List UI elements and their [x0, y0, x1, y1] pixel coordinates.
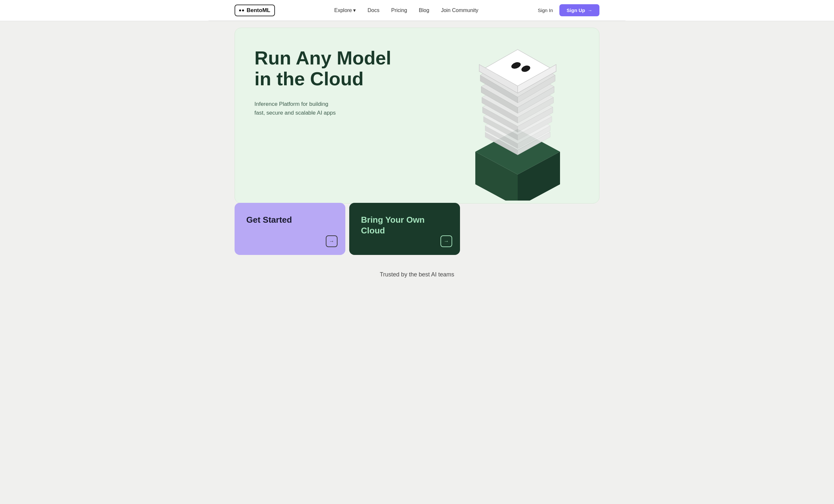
hero-card: Run Any Model in the Cloud Inference Pla… [235, 28, 599, 204]
bento-stack-icon [456, 38, 579, 201]
trusted-label: Trusted by the best AI teams [380, 271, 454, 278]
arrow-right-icon-2: → [444, 238, 449, 244]
hero-text: Run Any Model in the Cloud Inference Pla… [255, 48, 391, 117]
arrow-right-icon: → [329, 238, 334, 244]
bring-cloud-arrow-button[interactable]: → [440, 235, 452, 247]
nav-item-explore[interactable]: Explore ▾ [334, 7, 356, 13]
nav-item-docs[interactable]: Docs [368, 7, 379, 13]
get-started-arrow-button[interactable]: → [326, 235, 337, 247]
nav-item-blog[interactable]: Blog [419, 7, 430, 13]
navigation: BentoML Explore ▾ Docs Pricing Blog Join… [208, 0, 626, 21]
logo-dot-2 [242, 9, 244, 12]
logo[interactable]: BentoML [235, 4, 275, 16]
hero-illustration [456, 38, 579, 201]
logo-icon [239, 9, 244, 12]
main-content: Run Any Model in the Cloud Inference Pla… [208, 21, 626, 298]
arrow-icon: → [588, 8, 592, 13]
cta-cards-row: Get Started → Bring Your Own Cloud → [235, 203, 599, 255]
hero-subtitle: Inference Platform for building fast, se… [255, 100, 391, 117]
empty-card-spacer [464, 203, 575, 255]
bring-cloud-title: Bring Your Own Cloud [361, 214, 448, 236]
trusted-section: Trusted by the best AI teams [235, 255, 599, 284]
get-started-card[interactable]: Get Started → [235, 203, 345, 255]
hero-title: Run Any Model in the Cloud [255, 48, 391, 89]
chevron-down-icon: ▾ [353, 7, 356, 13]
get-started-title: Get Started [246, 214, 334, 225]
sign-in-link[interactable]: Sign In [538, 7, 553, 13]
nav-actions: Sign In Sign Up → [538, 4, 599, 16]
sign-up-button[interactable]: Sign Up → [559, 4, 599, 16]
nav-links: Explore ▾ Docs Pricing Blog Join Communi… [334, 7, 478, 13]
logo-text: BentoML [247, 7, 270, 14]
nav-item-community[interactable]: Join Community [441, 7, 479, 13]
bring-cloud-card[interactable]: Bring Your Own Cloud → [349, 203, 460, 255]
logo-dot-1 [239, 9, 241, 12]
nav-item-pricing[interactable]: Pricing [391, 7, 407, 13]
